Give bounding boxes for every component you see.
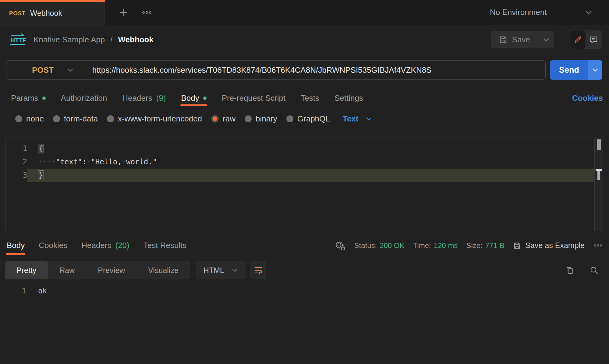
editor-line-1[interactable]: 1 { — [6, 142, 603, 155]
size-label: Size: — [466, 241, 482, 250]
tab-options-button[interactable] — [142, 11, 152, 14]
header-divider — [562, 33, 562, 46]
copy-button[interactable] — [565, 266, 574, 275]
response-tab-test-results-label: Test Results — [143, 241, 187, 250]
line-number: 1 — [6, 142, 27, 155]
pencil-icon — [574, 35, 582, 44]
request-body-editor[interactable]: 1 { 2 ····"text":·"Hello,·world." 3 } — [5, 138, 603, 231]
method-selector[interactable]: POST — [6, 61, 85, 79]
cookies-link[interactable]: Cookies — [572, 93, 603, 103]
search-button[interactable] — [590, 266, 599, 275]
radio-selected-icon — [211, 115, 219, 123]
response-tab-body[interactable]: Body — [7, 236, 25, 255]
body-type-row: none form-data x-www-form-urlencoded raw… — [0, 111, 609, 126]
radio-icon — [53, 115, 60, 122]
body-type-raw[interactable]: raw — [211, 114, 235, 124]
save-as-example-button[interactable]: Save as Example — [513, 241, 585, 250]
comments-button[interactable] — [586, 30, 602, 49]
response-tab-headers[interactable]: Headers (20) — [81, 236, 129, 255]
view-preview[interactable]: Preview — [86, 261, 136, 279]
time-value: 120 ms — [434, 241, 458, 250]
tab-authorization-label: Authorization — [61, 93, 107, 103]
code-content: ····"text":·"Hello,·world." — [27, 155, 603, 169]
body-active-dot — [203, 96, 207, 100]
editor-line-3-current[interactable]: 3 } — [6, 169, 603, 182]
send-split-button: Send — [550, 60, 602, 80]
tab-tests-label: Tests — [301, 93, 319, 103]
body-type-none[interactable]: none — [15, 114, 44, 124]
size-value: 771 B — [485, 241, 505, 250]
method-label: POST — [32, 65, 54, 75]
code-content: { — [27, 142, 603, 155]
editor-line-2[interactable]: 2 ····"text":·"Hello,·world." — [6, 155, 603, 169]
line-number: 2 — [6, 155, 27, 169]
body-type-urlencoded[interactable]: x-www-form-urlencoded — [107, 114, 202, 124]
edit-mode-button[interactable] — [570, 30, 586, 49]
breadcrumb-request-name[interactable]: Webhook — [118, 35, 154, 44]
response-options-button[interactable] — [594, 244, 602, 247]
tab-settings[interactable]: Settings — [335, 90, 363, 106]
breadcrumb: HTTP Knative Sample App / Webhook — [10, 33, 154, 46]
response-tab-test-results[interactable]: Test Results — [143, 236, 187, 255]
tab-params[interactable]: Params — [11, 90, 46, 106]
save-icon — [513, 241, 521, 250]
request-tabs: Params Authorization Headers (9) Body Pr… — [0, 90, 609, 106]
svg-text:HTTP: HTTP — [10, 37, 26, 44]
json-key: "text": — [56, 158, 87, 166]
body-type-form-data[interactable]: form-data — [53, 114, 98, 124]
raw-language-selector[interactable]: Text — [343, 114, 372, 124]
response-format-label: HTML — [204, 266, 224, 275]
save-button[interactable]: Save — [491, 31, 538, 48]
view-pretty[interactable]: Pretty — [5, 261, 48, 279]
new-tab-button[interactable] — [119, 8, 129, 17]
view-mode-segmented-control: Pretty Raw Preview Visualize — [5, 261, 190, 279]
save-dropdown-button[interactable] — [538, 31, 554, 48]
response-format-selector[interactable]: HTML — [196, 261, 246, 279]
response-toolbar: Pretty Raw Preview Visualize HTML — [5, 261, 599, 279]
body-type-graphql[interactable]: GraphQL — [286, 114, 330, 124]
tab-headers-label: Headers — [122, 93, 152, 103]
body-type-binary[interactable]: binary — [245, 114, 277, 124]
wrap-lines-button[interactable] — [250, 261, 266, 279]
cursor-position-marker — [597, 171, 600, 180]
radio-icon — [286, 115, 293, 122]
network-globe-lock-icon[interactable] — [335, 241, 345, 250]
tab-actions — [105, 0, 152, 25]
send-dropdown-button[interactable] — [588, 60, 602, 80]
more-options-icon — [594, 244, 602, 247]
url-row: POST Send — [6, 60, 602, 80]
json-value-part2: world." — [126, 158, 157, 166]
time-badge: Time: 120 ms — [413, 241, 458, 250]
scrollbar-thumb[interactable] — [597, 139, 601, 150]
breadcrumb-collection[interactable]: Knative Sample App — [34, 35, 105, 44]
environment-selector[interactable]: No Environment — [477, 0, 609, 25]
tab-tests[interactable]: Tests — [301, 90, 319, 106]
tab-authorization[interactable]: Authorization — [61, 90, 107, 106]
radio-icon — [107, 115, 114, 122]
send-button[interactable]: Send — [550, 60, 588, 80]
comment-icon — [589, 35, 598, 44]
tab-pre-request-script[interactable]: Pre-request Script — [222, 90, 286, 106]
view-raw[interactable]: Raw — [48, 261, 86, 279]
url-bar: POST — [6, 60, 546, 80]
breadcrumb-separator: / — [110, 35, 112, 44]
view-visualize[interactable]: Visualize — [136, 261, 190, 279]
environment-label: No Environment — [490, 8, 547, 17]
chevron-down-icon — [543, 38, 549, 41]
response-tab-cookies[interactable]: Cookies — [39, 236, 67, 255]
mode-toggle-panel — [570, 30, 602, 49]
response-line-number: 1 — [0, 287, 26, 295]
tab-body-label: Body — [181, 93, 199, 103]
tab-headers[interactable]: Headers (9) — [122, 90, 166, 106]
tab-method-label: POST — [9, 10, 26, 17]
body-type-raw-label: raw — [223, 114, 235, 124]
save-icon — [499, 35, 508, 44]
request-header: HTTP Knative Sample App / Webhook Save — [0, 25, 609, 54]
url-input[interactable] — [85, 65, 545, 75]
body-type-urlencoded-label: x-www-form-urlencoded — [118, 114, 202, 124]
tab-body[interactable]: Body — [181, 90, 206, 106]
copy-icon — [565, 266, 574, 275]
plus-icon — [119, 8, 129, 17]
response-body-viewer[interactable]: 1 ok — [0, 284, 609, 298]
request-tab-active[interactable]: POST Webhook — [0, 0, 105, 25]
